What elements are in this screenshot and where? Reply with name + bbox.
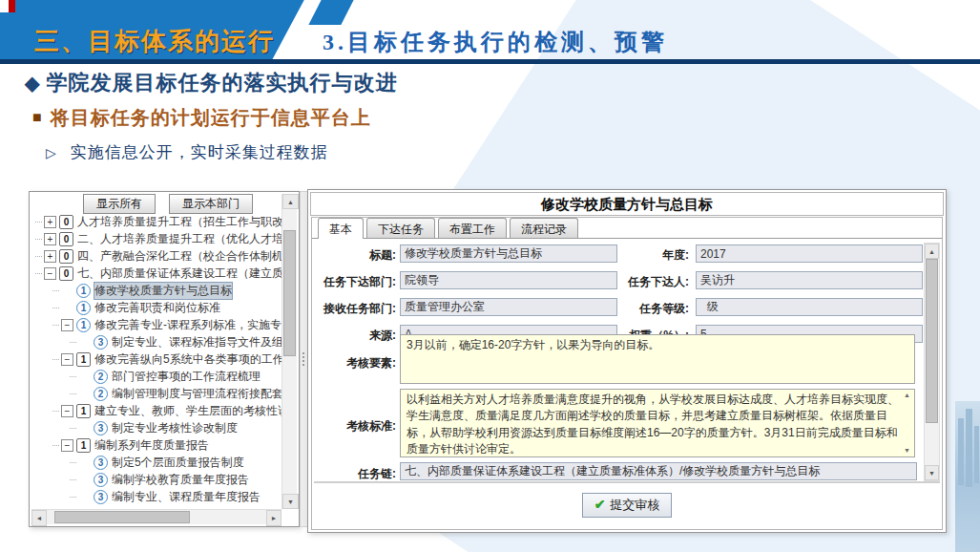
chain-input[interactable] bbox=[400, 462, 917, 480]
tree-item[interactable]: +0四、产教融合深化工程（校企合作体制机 bbox=[31, 247, 282, 265]
section-title: 三、目标体系的运行 bbox=[34, 25, 275, 58]
recv-dept-input[interactable] bbox=[400, 298, 617, 316]
tree-item-label[interactable]: 编制系列年度质量报告 bbox=[94, 437, 209, 454]
tree-item[interactable]: +0二、人才培养质量提升工程（优化人才培 bbox=[31, 230, 282, 247]
bullet-level3: ▷实施信息公开，实时采集过程数据 bbox=[46, 141, 328, 163]
tree-item-label[interactable]: 修改完善纵向5系统中各类事项的工作 bbox=[94, 351, 282, 368]
tree-item-label[interactable]: 修改完善专业-课程系列标准，实施专 bbox=[94, 317, 281, 333]
tree-item-label[interactable]: 修改完善职责和岗位标准 bbox=[94, 300, 220, 316]
tree-item[interactable]: 3编制专业、课程质量年度报告 bbox=[31, 488, 282, 505]
tree-connector-line bbox=[35, 256, 42, 257]
field-label-issuer: 任务下达人: bbox=[617, 274, 689, 290]
tree-item[interactable]: −1建立专业、教师、学生层面的考核性诊 bbox=[31, 402, 282, 419]
form-tabs: 基本下达任务布置工作流程记录 bbox=[312, 218, 942, 239]
tree-connector-line bbox=[70, 342, 76, 343]
tree-item-label[interactable]: 修改学校质量方针与总目标 bbox=[94, 283, 232, 299]
tree-item[interactable]: 3制定专业、课程标准指导文件及组 bbox=[31, 333, 282, 350]
tab-1[interactable]: 下达任务 bbox=[366, 218, 435, 238]
textarea-scroll-down-icon[interactable]: ▼ bbox=[904, 447, 910, 454]
tree-connector-line bbox=[70, 479, 76, 480]
tree-item-label[interactable]: 建立专业、教师、学生层面的考核性诊 bbox=[94, 403, 282, 419]
task-tree-panel: 显示所有显示本部门 +0人才培养质量提升工程（招生工作与职改+0二、人才培养质量… bbox=[29, 191, 300, 527]
tree-item-label[interactable]: 编制管理制度与管理流程衔接配套 bbox=[112, 386, 282, 402]
tree-item[interactable]: −0七、内部质量保证体系建设工程（建立质 bbox=[31, 265, 282, 282]
form-vertical-scrollbar[interactable]: ▲ ▼ bbox=[924, 243, 940, 481]
field-label-recv-dept: 接收任务部门: bbox=[320, 301, 396, 317]
collapse-icon[interactable]: − bbox=[61, 319, 73, 331]
task-tree: +0人才培养质量提升工程（招生工作与职改+0二、人才培养质量提升工程（优化人才培… bbox=[31, 213, 282, 509]
tree-item[interactable]: +0人才培养质量提升工程（招生工作与职改 bbox=[31, 213, 282, 230]
tree-item-label[interactable]: 二、人才培养质量提升工程（优化人才培 bbox=[77, 231, 282, 247]
title-input[interactable] bbox=[400, 244, 617, 263]
tree-item[interactable]: 3制定专业考核性诊改制度 bbox=[31, 419, 282, 436]
tree-filter-button-0[interactable]: 显示所有 bbox=[83, 194, 156, 214]
form-title: 修改学校质量方针与总目标 bbox=[310, 192, 944, 216]
tree-item[interactable]: 3制定5个层面质量报告制度 bbox=[31, 454, 282, 471]
issue-dept-input[interactable] bbox=[400, 271, 617, 289]
task-form-panel: 修改学校质量方针与总目标 基本下达任务布置工作流程记录 标题: 年度: 任务下达… bbox=[307, 189, 947, 533]
collapse-icon[interactable]: − bbox=[61, 439, 73, 452]
tree-item-label[interactable]: 人才培养质量提升工程（招生工作与职改 bbox=[77, 214, 282, 230]
scroll-right-icon[interactable]: ► bbox=[266, 510, 281, 526]
expand-icon[interactable]: + bbox=[44, 233, 56, 245]
tree-connector-line bbox=[70, 462, 76, 463]
expand-icon[interactable]: + bbox=[44, 216, 56, 228]
numbered-circle-icon: 1 bbox=[76, 318, 91, 332]
level-input[interactable] bbox=[696, 298, 923, 316]
textarea-scroll-up-icon[interactable]: ▲ bbox=[904, 392, 910, 398]
tree-connector-line bbox=[52, 359, 59, 360]
scroll-left-icon[interactable]: ◄ bbox=[31, 510, 47, 526]
bullet-level1-text: 学院发展目标任务的落实执行与改进 bbox=[46, 71, 397, 95]
task-count-badge: 0 bbox=[59, 232, 73, 246]
scroll-up-icon[interactable]: ▲ bbox=[925, 244, 939, 259]
tree-connector-line bbox=[70, 497, 76, 498]
section-subtitle: 3.目标任务执行的检测、预警 bbox=[323, 27, 668, 57]
header-white-notch bbox=[0, 0, 9, 12]
issuer-input[interactable] bbox=[696, 271, 923, 289]
tree-item[interactable]: −1修改完善专业-课程系列标准，实施专 bbox=[31, 316, 282, 333]
year-input[interactable] bbox=[696, 244, 923, 263]
tree-horizontal-scrollbar[interactable]: ◄ ► bbox=[31, 509, 281, 524]
tree-item[interactable]: 3编制学校教育质量年度报告 bbox=[31, 471, 282, 488]
task-count-badge: 0 bbox=[59, 249, 73, 264]
tree-item-label[interactable]: 编制专业、课程质量年度报告 bbox=[112, 489, 261, 505]
tree-item[interactable]: 2编制管理制度与管理流程衔接配套 bbox=[31, 385, 282, 402]
expand-icon[interactable]: + bbox=[44, 250, 56, 263]
tree-item-label[interactable]: 七、内部质量保证体系建设工程（建立质 bbox=[77, 265, 282, 282]
tab-2[interactable]: 布置工作 bbox=[438, 218, 507, 238]
standard-textarea[interactable]: 以利益相关方对人才培养质量满意度提升的视角，从学校发展目标达成度、人才培养目标实… bbox=[400, 389, 915, 457]
task-count-badge: 1 bbox=[76, 404, 91, 418]
tree-connector-line bbox=[35, 222, 42, 223]
tree-item[interactable]: −1修改完善纵向5系统中各类事项的工作 bbox=[31, 350, 282, 368]
tree-connector-line bbox=[52, 445, 59, 446]
collapse-icon[interactable]: − bbox=[61, 353, 73, 366]
tree-item[interactable]: 2部门管控事项的工作流程梳理 bbox=[31, 368, 282, 385]
tree-item[interactable]: −1编制系列年度质量报告 bbox=[31, 436, 282, 454]
tree-item[interactable]: 1修改完善职责和岗位标准 bbox=[31, 299, 282, 316]
form-vscroll-thumb[interactable] bbox=[926, 259, 938, 423]
form-body: 标题: 年度: 任务下达部门: 任务下达人: 接收任务部门: 任务等级: 来源:… bbox=[312, 239, 942, 487]
tree-connector-line bbox=[52, 411, 59, 412]
tree-item-label[interactable]: 部门管控事项的工作流程梳理 bbox=[112, 369, 261, 385]
tree-item-label[interactable]: 制定专业、课程标准指导文件及组 bbox=[112, 334, 282, 350]
tab-3[interactable]: 流程记录 bbox=[510, 218, 578, 238]
bullet-level2: ■将目标任务的计划运行于信息平台上 bbox=[32, 105, 371, 131]
tree-vertical-scrollbar[interactable]: ▲ ▼ bbox=[281, 194, 297, 509]
tree-item-label[interactable]: 制定5个层面质量报告制度 bbox=[112, 455, 244, 471]
elements-textarea[interactable]: 3月以前，确定16-20字方针，以果为导向的目标。 bbox=[400, 334, 915, 384]
tree-item-label[interactable]: 制定专业考核性诊改制度 bbox=[112, 420, 238, 436]
collapse-icon[interactable]: − bbox=[61, 405, 73, 417]
scroll-down-icon[interactable]: ▼ bbox=[282, 494, 299, 509]
tree-item[interactable]: 1修改学校质量方针与总目标 bbox=[31, 282, 282, 299]
tree-vscroll-thumb[interactable] bbox=[283, 230, 296, 356]
tree-hscroll-thumb[interactable] bbox=[54, 511, 190, 523]
tree-item-label[interactable]: 编制学校教育质量年度报告 bbox=[112, 472, 249, 488]
skyline-photo-strip bbox=[955, 401, 980, 552]
tree-item-label[interactable]: 四、产教融合深化工程（校企合作体制机 bbox=[77, 248, 282, 265]
scroll-up-icon[interactable]: ▲ bbox=[282, 194, 299, 209]
tab-0[interactable]: 基本 bbox=[318, 218, 364, 239]
collapse-icon[interactable]: − bbox=[44, 267, 56, 280]
scroll-down-icon[interactable]: ▼ bbox=[925, 465, 939, 480]
tree-filter-button-1[interactable]: 显示本部门 bbox=[169, 194, 253, 214]
submit-review-button[interactable]: ✔提交审核 bbox=[582, 493, 673, 518]
